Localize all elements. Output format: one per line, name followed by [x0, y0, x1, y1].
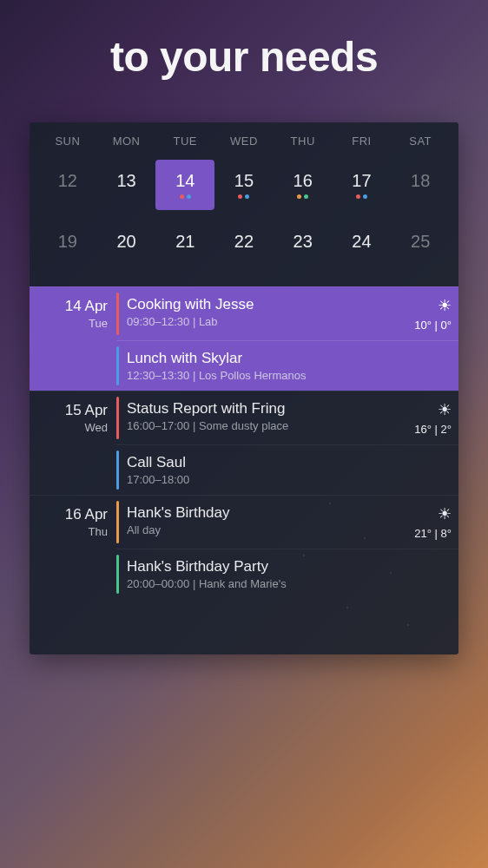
- weather-info: ☀10° | 0°: [399, 296, 452, 332]
- event-accent-bar: [116, 555, 119, 594]
- event-dot: [245, 194, 249, 199]
- agenda-events-column: Status Report with Fring16:00–17:00 | So…: [116, 391, 458, 495]
- calendar-day[interactable]: 22: [214, 220, 274, 271]
- agenda-event[interactable]: Cooking with Jesse09:30–12:30 | Lab☀10° …: [116, 287, 458, 340]
- event-accent-bar: [116, 450, 119, 490]
- calendar-day-number: 17: [352, 171, 371, 191]
- calendar-day-number: 24: [352, 232, 371, 252]
- event-dot: [304, 194, 308, 199]
- event-accent-bar: [116, 501, 119, 543]
- agenda-events-column: Cooking with Jesse09:30–12:30 | Lab☀10° …: [116, 287, 458, 391]
- calendar-day[interactable]: 25: [391, 220, 450, 271]
- calendar-day[interactable]: 16: [274, 160, 333, 210]
- weather-info: ☀21° | 8°: [399, 504, 452, 540]
- event-indicator-dots: [356, 194, 367, 199]
- agenda-event[interactable]: Hank's BirthdayAll day☀21° | 8°: [116, 496, 458, 549]
- event-title: Hank's Birthday: [127, 504, 399, 522]
- event-dot: [356, 194, 360, 199]
- event-indicator-dots: [238, 194, 249, 199]
- calendar-day-number: 23: [293, 232, 313, 252]
- weather-temperature: 10° | 0°: [406, 319, 452, 332]
- calendar-day[interactable]: 21: [155, 220, 214, 271]
- agenda-event[interactable]: Hank's Birthday Party20:00–00:00 | Hank …: [116, 549, 458, 599]
- event-title: Lunch with Skylar: [127, 350, 452, 367]
- calendar-day[interactable]: 24: [333, 220, 392, 271]
- sun-icon: ☀: [406, 504, 452, 523]
- calendar-day-number: 19: [58, 232, 77, 252]
- calendar-day-number: 25: [411, 232, 430, 252]
- agenda-event[interactable]: Status Report with Fring16:00–17:00 | So…: [116, 391, 458, 444]
- sun-icon: ☀: [406, 296, 452, 315]
- event-dot: [297, 194, 301, 199]
- weather-info: ☀16° | 2°: [399, 400, 452, 436]
- event-accent-bar: [116, 397, 119, 439]
- calendar-day-number: 20: [116, 232, 135, 252]
- event-title: Cooking with Jesse: [127, 296, 399, 313]
- calendar-day-number: 21: [175, 232, 195, 252]
- calendar-day-number: 18: [411, 171, 430, 191]
- calendar-day[interactable]: 20: [97, 220, 156, 271]
- agenda-event[interactable]: Lunch with Skylar12:30–13:30 | Los Pollo…: [116, 340, 458, 391]
- calendar-day-number: 16: [293, 171, 313, 191]
- event-accent-bar: [116, 293, 119, 335]
- calendar-day-number: 12: [58, 171, 77, 191]
- event-meta: 20:00–00:00 | Hank and Marie's: [127, 577, 452, 590]
- event-meta: 12:30–13:30 | Los Pollos Hermanos: [127, 369, 452, 382]
- calendar-day-number: 13: [116, 171, 135, 191]
- calendar-day[interactable]: 15: [214, 160, 274, 210]
- event-dot: [363, 194, 367, 199]
- event-meta: All day: [127, 523, 399, 536]
- event-dot: [180, 194, 184, 199]
- weather-temperature: 21° | 8°: [406, 527, 452, 540]
- weather-temperature: 16° | 2°: [406, 423, 452, 436]
- agenda-events-column: Hank's BirthdayAll day☀21° | 8°Hank's Bi…: [116, 496, 458, 599]
- calendar-day[interactable]: 19: [38, 220, 97, 271]
- calendar-day[interactable]: 18: [391, 160, 450, 210]
- event-indicator-dots: [297, 194, 308, 199]
- calendar-day-selected[interactable]: 14: [155, 160, 214, 210]
- calendar-day[interactable]: 13: [97, 160, 156, 210]
- calendar-day[interactable]: 17: [333, 160, 392, 210]
- calendar-day[interactable]: 23: [274, 220, 333, 271]
- event-meta: 09:30–12:30 | Lab: [127, 315, 399, 328]
- sun-icon: ☀: [406, 400, 452, 419]
- event-dot: [238, 194, 242, 199]
- event-title: Status Report with Fring: [127, 400, 399, 418]
- event-meta: 17:00–18:00: [127, 473, 452, 486]
- event-title: Hank's Birthday Party: [127, 558, 452, 575]
- calendar-day-number: 15: [234, 171, 254, 191]
- event-dot: [187, 194, 191, 199]
- calendar-day-number: 22: [234, 232, 254, 252]
- calendar-day[interactable]: 12: [38, 160, 97, 210]
- event-title: Call Saul: [127, 454, 452, 471]
- event-meta: 16:00–17:00 | Some dusty place: [127, 419, 399, 432]
- event-accent-bar: [116, 346, 119, 385]
- calendar-day-number: 14: [175, 171, 195, 191]
- agenda-event[interactable]: Call Saul17:00–18:00: [116, 444, 458, 495]
- event-indicator-dots: [180, 194, 191, 199]
